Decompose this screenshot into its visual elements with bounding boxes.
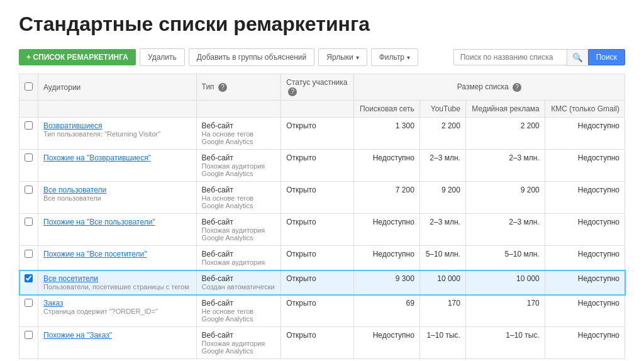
audience-name-cell: ВозвратившиесяТип пользователя: "Returni…: [38, 118, 197, 150]
gmail-cell: Недоступно: [545, 327, 625, 359]
row-checkbox[interactable]: [25, 153, 33, 162]
search-net-cell: Недоступно: [353, 246, 419, 270]
type-line2: Похожая аудитория: [202, 258, 276, 266]
type-line1: Веб-сайт: [202, 250, 233, 258]
add-to-group-button[interactable]: Добавить в группы объяснений: [189, 48, 314, 66]
youtube-cell: 9 200: [419, 182, 465, 214]
delete-button[interactable]: Удалить: [140, 48, 185, 66]
audience-link[interactable]: Похожие на "Все посетители": [43, 250, 147, 258]
type-line1: Веб-сайт: [202, 218, 233, 226]
table-row: Все пользователиВсе пользователиВеб-сайт…: [19, 182, 625, 214]
th-empty4: [281, 101, 354, 118]
row-checkbox-cell: [19, 150, 38, 182]
th-gmail: КМС (только Gmail): [545, 101, 625, 118]
audience-link[interactable]: Все посетители: [43, 274, 98, 283]
audience-name-cell: Похожие на "Все пользователи": [38, 214, 197, 246]
row-checkbox[interactable]: [25, 250, 33, 258]
media-cell: 2 200: [465, 118, 545, 150]
type-line2: Похожая аудитория: [202, 340, 276, 347]
row-checkbox[interactable]: [25, 121, 33, 130]
status-cell: Открыто: [281, 150, 354, 182]
type-line3: Google Analytics: [202, 170, 276, 177]
search-icon: 🔍: [572, 53, 583, 62]
row-checkbox[interactable]: [25, 299, 33, 307]
filter-button[interactable]: Фильтр ▾: [371, 48, 418, 66]
youtube-cell: 5–10 млн.: [419, 246, 465, 270]
type-cell: Веб-сайтНа основе теговGoogle Analytics: [196, 118, 281, 150]
status-cell: Открыто: [281, 295, 354, 327]
type-cell: Веб-сайтНе основе теговGoogle Analytics: [196, 295, 281, 327]
type-line2: Похожая аудитория: [202, 226, 276, 234]
type-cell: Веб-сайтПохожая аудиторияGoogle Analytic…: [196, 214, 281, 246]
row-checkbox-cell: [19, 118, 38, 150]
type-line1: Веб-сайт: [202, 153, 233, 162]
labels-button[interactable]: Ярлыки ▾: [318, 48, 367, 66]
audience-link[interactable]: Похожие на "Заказ": [43, 331, 112, 340]
remarketing-table: Аудитории Тип ? Статус участника ? Разме…: [19, 74, 625, 359]
size-hint-icon[interactable]: ?: [513, 83, 521, 92]
search-button[interactable]: Поиск: [588, 49, 625, 65]
media-cell: 5–10 млн.: [465, 246, 545, 270]
row-checkbox-cell: [19, 270, 38, 295]
row-checkbox-cell: [19, 295, 38, 327]
row-checkbox-cell: [19, 327, 38, 359]
status-cell: Открыто: [281, 270, 354, 295]
youtube-cell: 2–3 млн.: [419, 150, 465, 182]
audience-sub: Все пользователи: [43, 194, 191, 202]
type-line2: На основе тегов: [202, 130, 276, 138]
search-net-cell: 1 300: [353, 118, 419, 150]
audience-link[interactable]: Все пользователи: [43, 186, 106, 194]
th-type: Тип ?: [196, 74, 281, 101]
add-remarketing-button[interactable]: + СПИСОК РЕМАРКЕТИНГА: [19, 49, 136, 65]
th-search-net: Поисковая сеть: [353, 101, 419, 118]
type-line1: Веб-сайт: [202, 299, 233, 308]
select-all-checkbox[interactable]: [25, 82, 33, 91]
row-checkbox[interactable]: [25, 218, 33, 226]
audience-link[interactable]: Заказ: [43, 299, 63, 308]
audience-sub: Страница содержит "?ORDER_ID=": [43, 308, 191, 315]
audience-link[interactable]: Похожие на "Все пользователи": [43, 218, 155, 226]
type-cell: Веб-сайтСоздан автоматически: [196, 270, 281, 295]
search-wrap: 🔍 Поиск: [453, 49, 625, 66]
search-net-cell: Недоступно: [353, 150, 419, 182]
table-row: Похожие на "Заказ"Веб-сайтПохожая аудито…: [19, 327, 625, 359]
audience-link[interactable]: Возвратившиеся: [43, 121, 103, 130]
search-net-cell: 9 300: [353, 270, 419, 295]
audience-sub: Тип пользователя: "Returning Visitor": [43, 130, 191, 138]
table-row: Похожие на "Возвратившиеся"Веб-сайтПохож…: [19, 150, 625, 182]
table-row: ВозвратившиесяТип пользователя: "Returni…: [19, 118, 625, 150]
row-checkbox-cell: [19, 182, 38, 214]
type-cell: Веб-сайтПохожая аудиторияGoogle Analytic…: [196, 150, 281, 182]
type-line2: Похожая аудитория: [202, 162, 276, 170]
row-checkbox[interactable]: [25, 274, 33, 282]
row-checkbox[interactable]: [25, 186, 33, 194]
type-line3: Google Analytics: [202, 315, 276, 323]
status-cell: Открыто: [281, 182, 354, 214]
type-line2: Создан автоматически: [202, 283, 276, 291]
audience-name-cell: Похожие на "Все посетители": [38, 246, 197, 270]
media-cell: 170: [465, 295, 545, 327]
row-checkbox-cell: [19, 214, 38, 246]
youtube-cell: 170: [419, 295, 465, 327]
audience-name-cell: Все посетителиПользователи, посетившие с…: [38, 270, 197, 295]
gmail-cell: Недоступно: [545, 270, 625, 295]
type-hint-icon[interactable]: ?: [218, 83, 227, 92]
media-cell: 2–3 млн.: [465, 214, 545, 246]
audience-name-cell: Похожие на "Заказ": [38, 327, 197, 359]
search-input[interactable]: [453, 49, 567, 65]
row-checkbox[interactable]: [25, 331, 33, 339]
table-row: ЗаказСтраница содержит "?ORDER_ID="Веб-с…: [19, 295, 625, 327]
search-icon-button[interactable]: 🔍: [567, 49, 588, 66]
audience-link[interactable]: Похожие на "Возвратившиеся": [43, 153, 151, 162]
type-line1: Веб-сайт: [202, 186, 233, 194]
type-cell: Веб-сайтПохожая аудиторияGoogle Analytic…: [196, 327, 281, 359]
status-hint-icon[interactable]: ?: [288, 87, 297, 96]
youtube-cell: 2 200: [419, 118, 465, 150]
chevron-down-icon: ▾: [356, 54, 359, 61]
type-cell: Веб-сайтНа основе теговGoogle Analytics: [196, 182, 281, 214]
page-title: Стандартные списки ремаркетинга: [19, 13, 625, 36]
type-line1: Веб-сайт: [202, 331, 233, 340]
th-empty2: [38, 101, 197, 118]
search-net-cell: Недоступно: [353, 327, 419, 359]
status-cell: Открыто: [281, 118, 354, 150]
